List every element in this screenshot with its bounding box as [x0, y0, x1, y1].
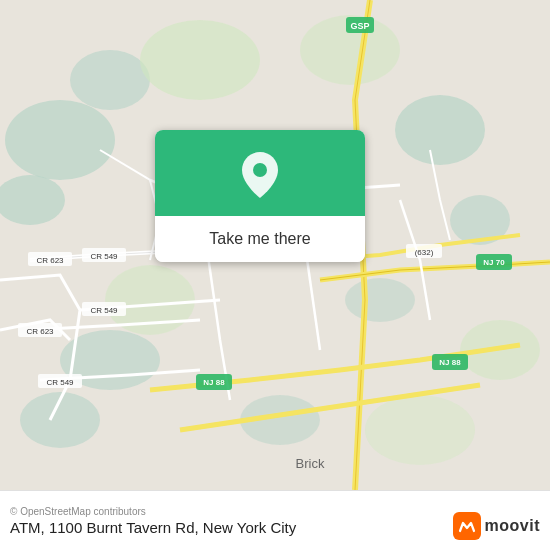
bottom-bar: © OpenStreetMap contributors ATM, 1100 B…	[0, 490, 550, 550]
attribution: © OpenStreetMap contributors	[10, 506, 296, 517]
svg-text:NJ 88: NJ 88	[439, 358, 461, 367]
moovit-icon	[453, 512, 481, 540]
svg-text:CR 549: CR 549	[90, 306, 118, 315]
take-me-there-button[interactable]: Take me there	[155, 216, 365, 262]
svg-point-3	[70, 50, 150, 110]
svg-point-6	[345, 278, 415, 322]
svg-text:CR 549: CR 549	[46, 378, 74, 387]
svg-text:NJ 88: NJ 88	[203, 378, 225, 387]
take-me-there-card[interactable]: Take me there	[155, 130, 365, 262]
svg-text:NJ 70: NJ 70	[483, 258, 505, 267]
svg-text:CR 623: CR 623	[26, 327, 54, 336]
svg-text:CR 549: CR 549	[90, 252, 118, 261]
moovit-logo: moovit	[453, 512, 540, 540]
svg-point-4	[395, 95, 485, 165]
svg-point-1	[5, 100, 115, 180]
moovit-text: moovit	[485, 517, 540, 535]
svg-point-10	[140, 20, 260, 100]
card-green-area	[155, 130, 365, 216]
location-pin-icon	[238, 150, 282, 200]
svg-text:Brick: Brick	[296, 456, 325, 471]
svg-point-14	[365, 395, 475, 465]
map-container: GSP CR 549 CR 549 CR 623 CR 623 CR 549 (…	[0, 0, 550, 490]
svg-text:(632): (632)	[415, 248, 434, 257]
location-name: ATM, 1100 Burnt Tavern Rd, New York City	[10, 519, 296, 536]
svg-text:GSP: GSP	[350, 21, 369, 31]
svg-point-36	[253, 163, 267, 177]
svg-text:CR 623: CR 623	[36, 256, 64, 265]
